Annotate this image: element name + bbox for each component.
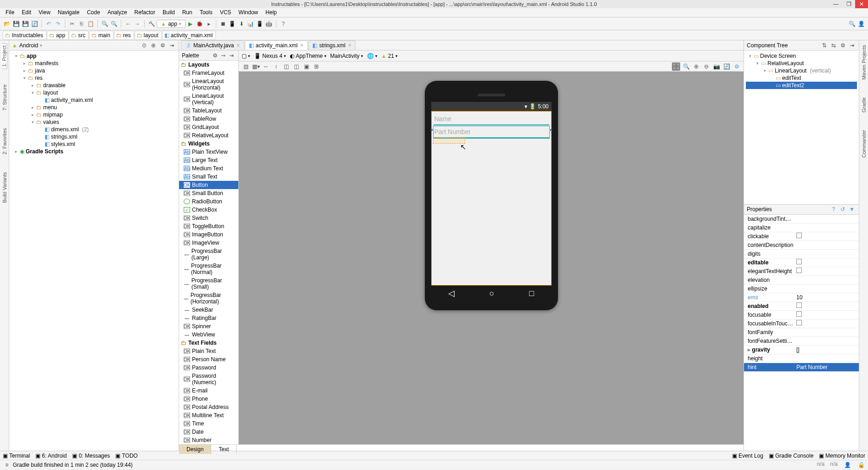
help-icon[interactable]: ? <box>279 20 287 28</box>
palette-item[interactable]: AbLarge Text <box>179 156 238 164</box>
property-row[interactable]: contentDescription <box>744 241 859 250</box>
tree-node[interactable]: ▸◉Gradle Scripts <box>9 148 179 155</box>
close-tab-icon[interactable]: × <box>237 42 240 49</box>
property-row[interactable]: digits <box>744 250 859 258</box>
theme-dropdown[interactable]: ◐AppTheme▾ <box>290 53 327 59</box>
property-row[interactable]: ▸ gravity[] <box>744 346 859 354</box>
component-tree[interactable]: ▾▭ Device Screen▾▭ RelativeLayout▾▭ Line… <box>744 50 859 204</box>
tree-node[interactable]: ▸🗀manifests <box>9 60 179 67</box>
palette-item[interactable]: AbSmall Text <box>179 173 238 181</box>
tree-node[interactable]: ▸🗀menu <box>9 104 179 111</box>
stop-icon[interactable]: ⏹ <box>219 20 227 28</box>
palette-item[interactable]: OKToggleButton <box>179 222 238 230</box>
tree-node[interactable]: ▸🗀java <box>9 67 179 74</box>
property-row[interactable]: backgroundTintMode <box>744 215 859 224</box>
palette-item[interactable]: OKPassword (Numeric) <box>179 372 238 386</box>
avd-icon[interactable]: 📱 <box>228 20 237 28</box>
menu-tools[interactable]: Tools <box>196 8 216 17</box>
palette-item[interactable]: OKButton <box>179 181 238 189</box>
locale-dropdown[interactable]: 🌐▾ <box>367 53 378 59</box>
tool-tab-2--favorites[interactable]: 2: Favorites <box>2 126 7 156</box>
property-row[interactable]: editable <box>744 258 859 267</box>
run-icon[interactable]: ▶ <box>186 20 195 28</box>
palette-item[interactable]: OKPhone <box>179 395 238 403</box>
property-row[interactable]: capitalize <box>744 224 859 232</box>
property-row[interactable]: focusable <box>744 311 859 319</box>
layout-root[interactable]: Name Part Number ↖ <box>431 111 552 285</box>
palette-item[interactable]: AbPlain TextView <box>179 148 238 156</box>
tool-tab-maven-projects[interactable]: Maven Projects <box>861 43 867 82</box>
tree-node[interactable]: ◧styles.xml <box>9 140 179 148</box>
ct-gear-icon[interactable]: ⚙ <box>839 41 847 50</box>
palette-group[interactable]: 🗀Layouts <box>179 61 238 69</box>
property-row[interactable]: focusableInTouchMode <box>744 319 859 328</box>
sdk-icon[interactable]: ⬇ <box>237 20 246 28</box>
ct-expand-icon[interactable]: ⇅ <box>820 41 829 50</box>
profile-icon[interactable]: 👤 <box>857 20 865 28</box>
palette-item[interactable]: OKGridLayout <box>179 123 238 131</box>
property-row[interactable]: enabled <box>744 302 859 311</box>
render-settings-icon[interactable]: ⚙ <box>733 62 741 71</box>
component-tree-node[interactable]: ▾▭ LinearLayout (vertical) <box>746 67 857 74</box>
palette-item[interactable]: OKNumber <box>179 436 238 444</box>
menu-navigate[interactable]: Navigate <box>54 8 83 17</box>
tree-node[interactable]: ▸🗀mipmap <box>9 111 179 118</box>
run-config-dropdown[interactable]: ▲ app ▾ <box>157 20 186 28</box>
tool-tab-build-variants[interactable]: Build Variants <box>2 170 7 205</box>
bottom-tab[interactable]: ▣Terminal <box>3 453 30 459</box>
bottom-tab[interactable]: ▣Memory Monitor <box>819 453 865 459</box>
edit-text-partnumber[interactable]: Part Number <box>434 126 549 138</box>
menu-refactor[interactable]: Refactor <box>131 8 159 17</box>
paste-icon[interactable]: 📋 <box>86 20 95 28</box>
palette-pin-icon[interactable]: ⊸ <box>219 51 227 60</box>
activity-dropdown[interactable]: MainActivity▾ <box>330 53 363 59</box>
palette-item[interactable]: OKLinearLayout (Horizontal) <box>179 77 238 92</box>
property-row[interactable]: fontFamily <box>744 328 859 337</box>
property-row[interactable]: ellipsize <box>744 285 859 293</box>
tool-tab-7--structure[interactable]: 7: Structure <box>2 83 7 112</box>
menu-analyze[interactable]: Analyze <box>104 8 131 17</box>
copy-icon[interactable]: ⎘ <box>77 20 85 28</box>
close-tab-icon[interactable]: × <box>348 42 351 49</box>
menu-view[interactable]: View <box>35 8 54 17</box>
menu-run[interactable]: Run <box>179 8 196 17</box>
tree-node[interactable]: ▾🗀values <box>9 118 179 126</box>
design-tab-design[interactable]: Design <box>179 445 211 454</box>
expand-icon[interactable]: ⊕ <box>149 41 158 50</box>
fit-icon[interactable]: ▣ <box>302 62 310 71</box>
find-icon[interactable]: 🔍 <box>101 20 109 28</box>
zoom-out-icon[interactable]: ⊖ <box>702 62 710 71</box>
property-row[interactable]: hintPart Number <box>744 363 859 372</box>
palette-item[interactable]: —ProgressBar (Horizontal) <box>179 291 238 306</box>
bottom-tab[interactable]: ▣Gradle Console <box>769 453 813 459</box>
palette-item[interactable]: —RatingBar <box>179 314 238 322</box>
palette-item[interactable]: OKPassword <box>179 364 238 372</box>
palette-settings-icon[interactable]: ⚙ <box>211 51 219 60</box>
distribute-h-icon[interactable]: ◫ <box>282 62 290 71</box>
palette-item[interactable]: OKImageButton <box>179 230 238 239</box>
palette-item[interactable]: OKMultiline Text <box>179 411 238 420</box>
palette-item[interactable]: ✓CheckBox <box>179 206 238 214</box>
palette-item[interactable]: OKPerson Name <box>179 355 238 364</box>
breadcrumb-item[interactable]: 🗀layout <box>135 31 162 40</box>
search-everywhere-icon[interactable]: 🔍 <box>848 20 856 28</box>
menu-edit[interactable]: Edit <box>18 8 35 17</box>
align-center-icon[interactable]: ↕ <box>272 62 280 71</box>
tree-node[interactable]: ▾🗀res <box>9 74 179 82</box>
breadcrumb-item[interactable]: 🗀src <box>69 31 89 40</box>
collapse-icon[interactable]: ⊙ <box>140 41 148 50</box>
palette-group[interactable]: 🗀Text Fields <box>179 339 238 347</box>
breadcrumb-item[interactable]: ◧activity_main.xml <box>162 31 216 40</box>
save-all-icon[interactable]: 💾 <box>21 20 29 28</box>
tree-node[interactable]: ◧dimens.xml(2) <box>9 126 179 133</box>
breadcrumb-item[interactable]: 🗀Instructables <box>3 31 46 40</box>
menu-code[interactable]: Code <box>83 8 104 17</box>
edit-text-name[interactable]: Name <box>434 113 549 125</box>
menu-file[interactable]: File <box>2 8 18 17</box>
bottom-tab[interactable]: ▣Event Log <box>732 453 763 459</box>
back-icon[interactable]: ← <box>124 20 132 28</box>
editor-tab[interactable]: ◧activity_main.xml× <box>245 40 308 50</box>
palette-item[interactable]: RadioButton <box>179 197 238 206</box>
prop-filter-icon[interactable]: ▼ <box>848 205 856 213</box>
component-tree-node[interactable]: ▭ editText <box>746 74 857 82</box>
